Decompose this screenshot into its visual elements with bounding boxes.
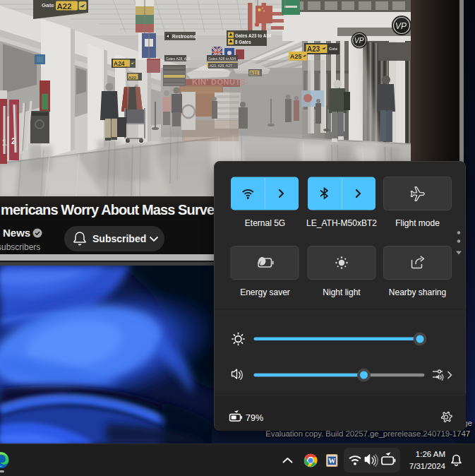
svg-text:Flight mode: Flight mode — [395, 218, 440, 228]
svg-text:7/31/2024: 7/31/2024 — [409, 462, 446, 470]
svg-text:VP: VP — [354, 37, 364, 44]
svg-text:Nearby sharing: Nearby sharing — [388, 287, 445, 297]
svg-text:Energy saver: Energy saver — [240, 287, 290, 297]
svg-text:79%: 79% — [246, 413, 263, 423]
svg-text:VP: VP — [395, 21, 407, 31]
svg-text:Eternal 5G: Eternal 5G — [244, 218, 284, 228]
svg-text:LE_ATH-M50xBT2: LE_ATH-M50xBT2 — [306, 218, 377, 228]
svg-text:W: W — [328, 457, 335, 465]
svg-text:Night light: Night light — [323, 287, 361, 297]
svg-text:1:26 AM: 1:26 AM — [416, 450, 445, 458]
